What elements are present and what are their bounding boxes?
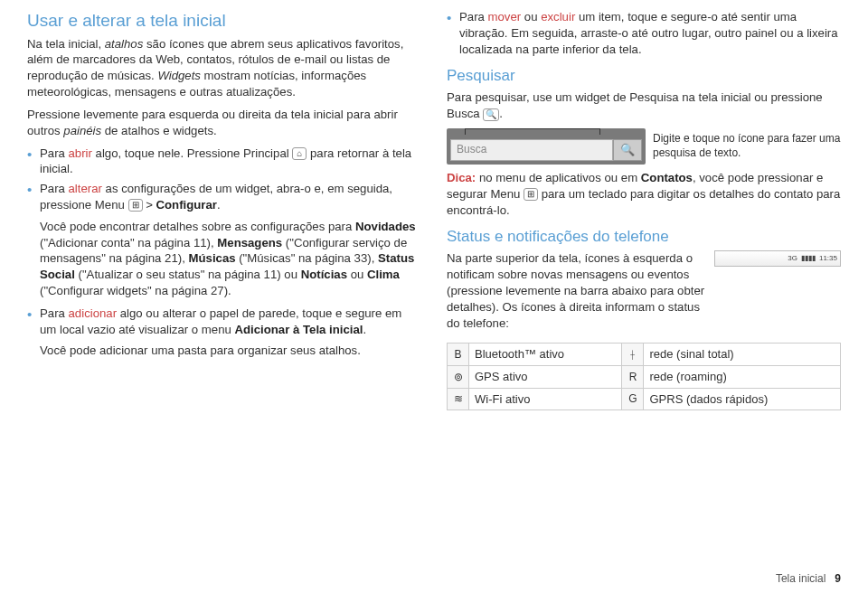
callout-line [465, 128, 600, 139]
status-icons-table: B Bluetooth™ ativo ⟊ rede (sinal total) … [447, 343, 841, 410]
highlight-excluir: excluir [541, 10, 575, 24]
cell-bluetooth: Bluetooth™ ativo [469, 344, 622, 366]
bold-musicas: Músicas [189, 251, 236, 265]
text: de atalhos e widgets. [101, 124, 217, 137]
roaming-icon: R [622, 365, 644, 388]
bold-mensagens: Mensagens [217, 236, 282, 249]
italic-widgets: Widgets [157, 69, 201, 82]
status-section: Na parte superior da tela, ícones à esqu… [447, 250, 841, 337]
search-icon: 🔍 [483, 108, 499, 121]
highlight-mover: mover [488, 10, 522, 24]
footer-page: 9 [835, 572, 841, 585]
bullet-list-move: Para mover ou excluir um item, toque e s… [447, 9, 841, 57]
status-paragraph: Na parte superior da tela, ícones à esqu… [447, 250, 707, 331]
table-row: B Bluetooth™ ativo ⟊ rede (sinal total) [448, 344, 841, 366]
bold-configurar: Configurar [156, 198, 217, 212]
details-paragraph: Você pode encontrar detalhes sobre as co… [27, 219, 421, 299]
menu-icon: ⊞ [128, 199, 143, 212]
search-button[interactable]: 🔍 [613, 139, 642, 161]
text: Na tela inicial, [27, 37, 105, 51]
heading-pesquisar: Pesquisar [447, 66, 841, 87]
left-column: Usar e alterar a tela inicial Na tela in… [27, 9, 421, 584]
cell-sinal: rede (sinal total) [644, 344, 841, 366]
bullet-list: Para abrir algo, toque nele. Pressione P… [27, 146, 421, 213]
list-item-alterar: Para alterar as configurações de um widg… [27, 181, 421, 213]
search-field-wrap: Busca 🔍 [450, 139, 642, 161]
magnifier-icon: 🔍 [620, 142, 635, 158]
text: Para [40, 146, 69, 160]
highlight-abrir: abrir [69, 146, 92, 160]
signal-bars-icon: ▮▮▮▮ [801, 254, 816, 264]
italic-atalhos: atalhos [105, 37, 144, 51]
bullet-list-2: Para adicionar algo ou alterar o papel d… [27, 306, 421, 338]
status-time: 11:35 [819, 254, 837, 264]
search-figure-caption: Digite e toque no ícone para fazer uma p… [653, 132, 841, 160]
text: ou [521, 10, 541, 24]
bold-novidades: Novidades [355, 220, 416, 233]
text: Você pode encontrar detalhes sobre as co… [40, 220, 355, 233]
status-bar: 3G ▮▮▮▮ 11:35 [714, 250, 841, 267]
folder-paragraph: Você pode adicionar uma pasta para organ… [27, 343, 421, 359]
list-item-abrir: Para abrir algo, toque nele. Pressione P… [27, 146, 421, 178]
text: no menu de aplicativos ou em [476, 171, 641, 184]
signal-icon: ⟊ [622, 344, 644, 366]
cell-roaming: rede (roaming) [644, 365, 841, 388]
bluetooth-icon: B [448, 344, 469, 366]
text: algo, toque nele. Pressione Principal [92, 146, 292, 160]
italic-paineis: painéis [63, 124, 101, 137]
text: > [143, 198, 156, 212]
text: . [363, 323, 366, 336]
list-item-adicionar: Para adicionar algo ou alterar o papel d… [27, 306, 421, 338]
bold-adicionar-tela: Adicionar à Tela inicial [235, 323, 363, 336]
text: ("Músicas" na página 33), [236, 251, 378, 265]
cell-gps: GPS ativo [469, 365, 622, 388]
text: ("Adicionar conta" na página 11), [40, 236, 217, 249]
text: . [499, 107, 503, 120]
text: Para [40, 182, 69, 195]
text: ("Atualizar o seu status" na página 11) … [75, 268, 301, 281]
bold-contatos: Contatos [641, 171, 693, 184]
page-footer: Tela inicial 9 [776, 571, 841, 586]
text: Para [459, 10, 488, 24]
dica-paragraph: Dica: no menu de aplicativos ou em Conta… [447, 170, 841, 218]
text: . [217, 198, 221, 212]
footer-label: Tela inicial [776, 572, 826, 585]
bold-noticias: Notícias [301, 268, 347, 281]
bold-clima: Clima [367, 268, 400, 281]
search-input[interactable]: Busca [450, 139, 613, 161]
menu-icon: ⊞ [524, 188, 538, 201]
heading-usar-alterar: Usar e alterar a tela inicial [27, 9, 421, 33]
search-widget-figure: Busca 🔍 Digite e toque no ícone para faz… [447, 128, 841, 165]
table-row: ≋ Wi-Fi ativo G GPRS (dados rápidos) [448, 388, 841, 410]
dica-label: Dica: [447, 171, 476, 184]
intro-paragraph: Na tela inicial, atalhos são ícones que … [27, 36, 421, 100]
table-row: ⊚ GPS ativo R rede (roaming) [448, 365, 841, 388]
signal-3g-icon: 3G [788, 254, 797, 264]
right-column: Para mover ou excluir um item, toque e s… [447, 9, 841, 584]
cell-wifi: Wi-Fi ativo [469, 388, 622, 410]
list-item-mover: Para mover ou excluir um item, toque e s… [447, 9, 841, 57]
cell-gprs: GPRS (dados rápidos) [644, 388, 841, 410]
home-icon: ⌂ [292, 147, 307, 160]
heading-status: Status e notificações do telefone [447, 227, 841, 248]
text: Para [40, 306, 69, 320]
wifi-icon: ≋ [448, 388, 469, 410]
text: Para pesquisar, use um widget de Pesquis… [447, 90, 823, 120]
search-widget-bar: Busca 🔍 [447, 128, 646, 165]
highlight-adicionar: adicionar [69, 306, 118, 320]
status-bar-figure: 3G ▮▮▮▮ 11:35 [714, 250, 841, 337]
text: ("Configurar widgets" na página 27). [40, 284, 231, 297]
pesquisar-paragraph: Para pesquisar, use um widget de Pesquis… [447, 89, 841, 122]
gprs-icon: G [622, 388, 644, 410]
swipe-paragraph: Pressione levemente para esquerda ou dir… [27, 107, 421, 139]
highlight-alterar: alterar [69, 182, 102, 195]
gps-icon: ⊚ [448, 365, 469, 388]
text: ou [347, 268, 367, 281]
